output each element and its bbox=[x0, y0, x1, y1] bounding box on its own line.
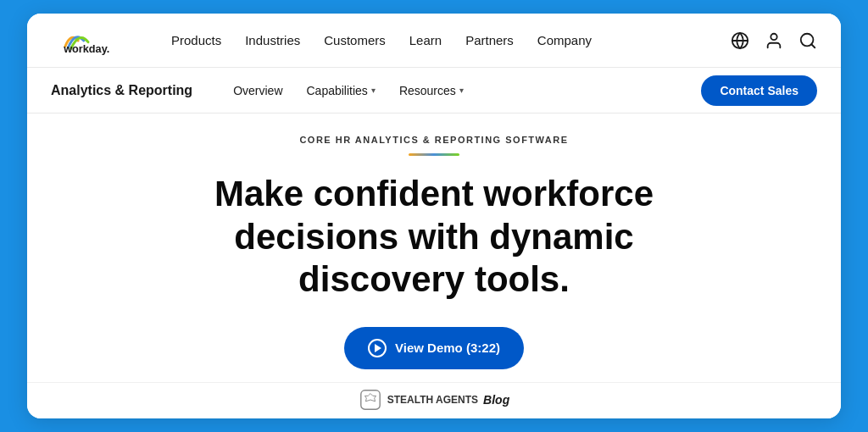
nav-learn[interactable]: Learn bbox=[409, 33, 442, 47]
hero-headline: Make confident workforce decisions with … bbox=[180, 173, 688, 301]
svg-line-5 bbox=[811, 44, 815, 47]
top-nav-icons bbox=[731, 31, 817, 50]
stealth-agents-icon bbox=[359, 388, 382, 412]
sub-nav-links: Overview Capabilities ▾ Resources ▾ bbox=[223, 79, 701, 102]
chevron-down-icon: ▾ bbox=[371, 86, 376, 95]
nav-customers[interactable]: Customers bbox=[324, 33, 386, 47]
eyebrow-underline bbox=[409, 153, 459, 156]
contact-sales-button[interactable]: Contact Sales bbox=[701, 75, 817, 106]
top-nav-links: Products Industries Customers Learn Part… bbox=[171, 33, 731, 47]
badge-label: STEALTH AGENTS bbox=[387, 394, 478, 406]
hero-section: CORE HR ANALYTICS & REPORTING SOFTWARE M… bbox=[27, 114, 841, 382]
user-icon[interactable] bbox=[765, 31, 783, 50]
chevron-down-icon: ▾ bbox=[459, 86, 464, 95]
sub-nav-capabilities[interactable]: Capabilities ▾ bbox=[297, 79, 386, 102]
nav-partners[interactable]: Partners bbox=[465, 33, 514, 47]
nav-industries[interactable]: Industries bbox=[245, 33, 300, 47]
sub-nav-title: Analytics & Reporting bbox=[51, 83, 192, 98]
nav-products[interactable]: Products bbox=[171, 33, 221, 47]
logo[interactable]: workday. bbox=[51, 25, 144, 56]
hero-eyebrow: CORE HR ANALYTICS & REPORTING SOFTWARE bbox=[299, 135, 568, 145]
view-demo-button[interactable]: View Demo (3:22) bbox=[344, 327, 524, 369]
footer-badge: STEALTH AGENTS Blog bbox=[27, 382, 841, 418]
svg-text:workday.: workday. bbox=[63, 42, 109, 54]
main-card: workday. Products Industries Customers L… bbox=[27, 14, 841, 418]
sub-nav-overview[interactable]: Overview bbox=[223, 79, 292, 102]
sub-navigation: Analytics & Reporting Overview Capabilit… bbox=[27, 68, 841, 114]
nav-company[interactable]: Company bbox=[537, 33, 592, 47]
page-background: workday. Products Industries Customers L… bbox=[0, 0, 868, 432]
play-icon bbox=[368, 339, 387, 357]
svg-point-3 bbox=[771, 33, 776, 39]
top-navigation: workday. Products Industries Customers L… bbox=[27, 14, 841, 68]
search-icon[interactable] bbox=[798, 31, 817, 50]
badge-content: STEALTH AGENTS Blog bbox=[359, 388, 509, 412]
globe-icon[interactable] bbox=[731, 31, 749, 50]
badge-blog: Blog bbox=[483, 393, 509, 407]
sub-nav-resources[interactable]: Resources ▾ bbox=[389, 79, 474, 102]
